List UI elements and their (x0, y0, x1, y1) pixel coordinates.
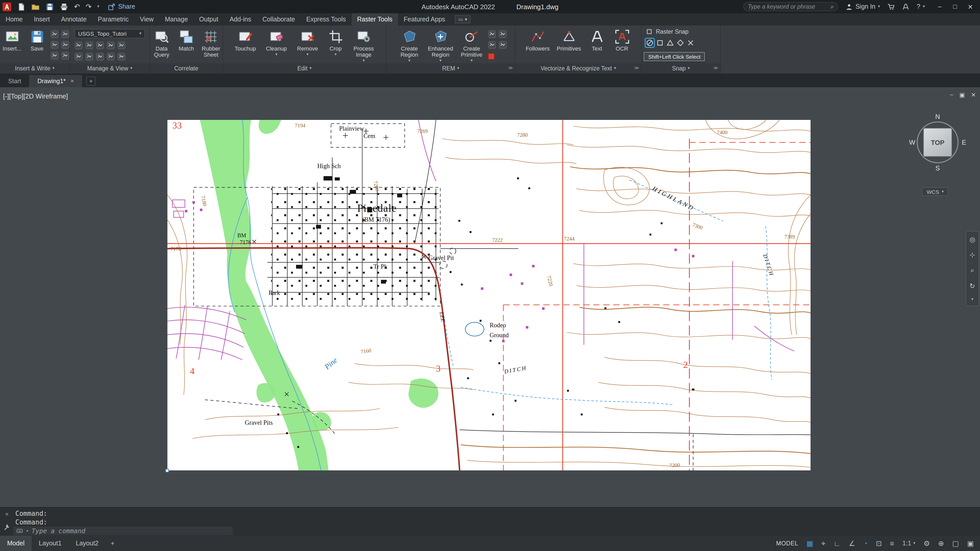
command-input[interactable] (32, 527, 230, 535)
viewport-minimize-icon[interactable]: – (950, 91, 953, 98)
image-reload-button[interactable] (107, 52, 115, 61)
transparency-button[interactable] (50, 41, 59, 49)
tab-parametric[interactable]: Parametric (92, 13, 134, 25)
lineweight-icon[interactable]: ≡ (890, 539, 894, 548)
zoom-image-button[interactable] (75, 41, 83, 49)
viewcube-south[interactable]: S (935, 164, 940, 172)
text-button[interactable]: Text (585, 28, 609, 52)
workspace-gear-icon[interactable]: ⚙ (923, 539, 930, 548)
rem-color-swatch[interactable] (488, 53, 495, 60)
insert-image-button[interactable]: Insert... (0, 28, 24, 52)
snap-icon[interactable]: ⌖ (821, 539, 826, 548)
hide-image-button[interactable] (107, 41, 115, 49)
pan-icon[interactable]: ⊹ (969, 251, 975, 259)
rem-merge-button[interactable] (488, 30, 496, 38)
search-icon[interactable]: ⌕ (830, 3, 834, 10)
rem-convert-button[interactable] (488, 41, 496, 49)
embed-image-button[interactable] (50, 30, 59, 38)
rem-split-button[interactable] (499, 30, 507, 38)
new-tab-button[interactable]: + (86, 76, 96, 86)
new-layout-button[interactable]: + (106, 540, 119, 547)
panel-label-vectorize[interactable]: Vectorize & Recognize Text ▾ ≫ (515, 63, 641, 73)
recent-commands-icon[interactable]: ▾ (26, 529, 29, 533)
snap-end-toggle[interactable] (656, 39, 664, 47)
image-detach-button[interactable] (85, 52, 94, 61)
open-icon[interactable] (31, 2, 40, 11)
viewcube-east[interactable]: E (962, 138, 966, 146)
tab-add-ins[interactable]: Add-ins (224, 13, 257, 25)
panel-expand-icon[interactable]: ≫ (508, 65, 513, 70)
customize-wrench-icon[interactable] (3, 524, 10, 530)
image-quality-button[interactable] (50, 52, 59, 60)
new-drawing-icon[interactable] (17, 2, 25, 11)
viewport-menu-button[interactable]: [-] (3, 92, 9, 100)
wcs-dropdown[interactable]: WCS ▾ (922, 187, 948, 196)
image-unload-button[interactable] (96, 52, 104, 61)
polar-icon[interactable]: ∠ (849, 539, 855, 548)
rubber-sheet-button[interactable]: RubberSheet (199, 28, 223, 58)
file-tab-drawing1[interactable]: Drawing1* ✕ (29, 75, 83, 87)
tab-annotate[interactable]: Annotate (56, 13, 92, 25)
chevron-down-icon[interactable]: ▾ (97, 5, 99, 9)
drawing-canvas[interactable]: [-] [Top] [2D Wireframe] – ▣ ✕ (0, 87, 980, 507)
grid-icon[interactable]: ▦ (807, 539, 813, 548)
create-region-button[interactable]: CreateRegion ▾ (395, 28, 424, 63)
image-frame-button[interactable] (61, 41, 69, 49)
help-button[interactable]: ? ▾ (917, 3, 925, 10)
layout1-tab[interactable]: Layout1 (32, 536, 68, 551)
image-grip-handle[interactable] (165, 469, 169, 472)
panel-expand-icon[interactable]: ≫ (634, 65, 639, 70)
sign-in-button[interactable]: Sign In ▾ (845, 3, 880, 11)
isodraft-icon[interactable]: ◔ (863, 539, 868, 548)
show-image-button[interactable] (96, 41, 104, 49)
tab-home[interactable]: Home (0, 13, 28, 25)
tab-view[interactable]: View (134, 13, 159, 25)
tab-featured-apps[interactable]: Featured Apps (398, 13, 451, 25)
rem-erase-button[interactable] (499, 41, 507, 49)
search-input[interactable] (748, 3, 827, 10)
panel-label-rem[interactable]: REM ▾ ≫ (387, 63, 515, 73)
share-button[interactable]: Share (108, 3, 135, 11)
layout2-tab[interactable]: Layout2 (68, 536, 106, 551)
undo-icon[interactable]: ↶ (74, 3, 80, 11)
command-close-icon[interactable]: ✕ (5, 511, 8, 517)
image-order-button[interactable] (75, 52, 83, 61)
app-store-button[interactable] (887, 3, 895, 11)
match-button[interactable]: Match (175, 28, 198, 52)
chevron-down-icon[interactable]: ▾ (971, 297, 974, 302)
clean-screen-icon[interactable]: ▣ (967, 539, 974, 548)
create-primitive-button[interactable]: CreatePrimitive ▾ (457, 28, 487, 63)
autocad-logo-icon[interactable] (3, 2, 11, 11)
tab-insert[interactable]: Insert (28, 13, 56, 25)
cleanup-button[interactable]: Cleanup ▾ (262, 28, 291, 57)
snap-none-toggle[interactable] (646, 39, 654, 47)
panel-label-manage-view[interactable]: Manage & View ▾ (70, 63, 150, 73)
close-button[interactable]: ✕ (963, 3, 978, 11)
viewcube[interactable]: N S W E TOP (910, 114, 966, 170)
primitives-button[interactable]: Primitives (554, 28, 584, 52)
raster-image-pinedale-topo[interactable]: Plainview Cem High Sch Pinedale (BM 7176… (167, 120, 811, 470)
model-space-badge[interactable]: MODEL (776, 540, 798, 546)
panel-label-insert-write[interactable]: Insert & Write ▾ (0, 63, 69, 73)
viewcube-west[interactable]: W (909, 138, 915, 146)
file-tab-start[interactable]: Start (0, 75, 29, 87)
ocr-button[interactable]: OCR (610, 28, 634, 52)
viewport-close-icon[interactable]: ✕ (971, 91, 976, 98)
viewcube-top-face[interactable]: TOP (923, 128, 952, 157)
tab-collaborate[interactable]: Collaborate (257, 13, 301, 25)
redo-icon[interactable]: ↷ (86, 3, 91, 11)
data-query-button[interactable]: DataQuery (150, 28, 173, 58)
remove-button[interactable]: Remove ▾ (293, 28, 322, 57)
followers-button[interactable]: Followers (523, 28, 552, 52)
help-search-box[interactable]: ⌕ (743, 2, 838, 11)
tab-manage[interactable]: Manage (159, 13, 193, 25)
panel-label-edit[interactable]: Edit ▾ (223, 63, 386, 73)
monitor-icon[interactable]: ▢ (952, 539, 959, 548)
tab-raster-tools[interactable]: Raster Tools (352, 13, 398, 25)
command-input-row[interactable]: ▾ (13, 527, 233, 535)
touchup-button[interactable]: Touchup (231, 28, 260, 52)
autodesk-app-button[interactable] (902, 3, 910, 11)
tab-express-tools[interactable]: Express Tools (301, 13, 352, 25)
annotation-icon[interactable]: ⊕ (938, 539, 944, 548)
viewport-view-button[interactable]: [Top] (9, 92, 23, 100)
